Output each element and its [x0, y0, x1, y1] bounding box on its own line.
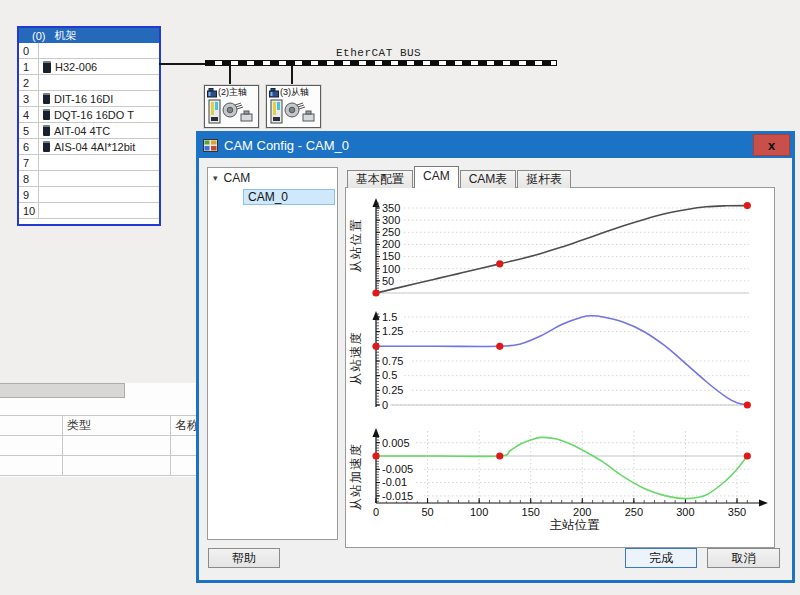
svg-text:0.25: 0.25: [382, 384, 403, 396]
cam-point-marker[interactable]: [744, 401, 751, 408]
svg-text:250: 250: [625, 506, 643, 518]
bus-drop-line-1: [229, 66, 231, 85]
rack-module-label: H32-006: [39, 61, 97, 73]
rack-slot-number: 8: [19, 171, 39, 186]
servo-motor-icons: [208, 99, 255, 125]
rack-row[interactable]: 5AIT-04 4TC: [19, 123, 159, 139]
tab-cam-table[interactable]: CAM表: [460, 170, 517, 188]
cancel-button[interactable]: 取消: [707, 548, 780, 568]
svg-text:200: 200: [382, 238, 400, 250]
cam-curve-slave-velocity: [376, 316, 747, 405]
tree-node-cam[interactable]: ▾ CAM: [213, 171, 250, 185]
rack-row[interactable]: 1H32-006: [19, 59, 159, 75]
cam-tree-panel: ▾ CAM CAM_0: [207, 167, 338, 540]
svg-text:50: 50: [382, 275, 394, 287]
svg-text:350: 350: [382, 202, 400, 214]
help-button[interactable]: 帮助: [208, 548, 280, 568]
svg-text:-0.005: -0.005: [382, 463, 413, 475]
rack-slot-number: 3: [19, 91, 39, 106]
dialog-tab-bar: 基本配置CAMCAM表挺杆表: [347, 167, 572, 188]
rack-slot-number: 1: [19, 59, 39, 74]
cam-point-marker[interactable]: [496, 260, 503, 267]
rack-row[interactable]: 4DQT-16 16DO T: [19, 107, 159, 123]
rack-slot-number: 10: [19, 203, 39, 218]
svg-text:0.005: 0.005: [382, 437, 410, 449]
tab-cam[interactable]: CAM: [414, 166, 459, 188]
svg-text:150: 150: [522, 506, 540, 518]
svg-text:-0.01: -0.01: [382, 476, 407, 488]
svg-text:0: 0: [373, 506, 379, 518]
svg-text:350: 350: [728, 506, 746, 518]
cam-point-marker[interactable]: [496, 452, 503, 459]
cam-point-marker[interactable]: [372, 343, 379, 350]
svg-text:0: 0: [382, 399, 388, 411]
rack-slot-number: 4: [19, 107, 39, 122]
dialog-titlebar[interactable]: CAM Config - CAM_0 x: [198, 133, 793, 158]
svg-text:1.25: 1.25: [382, 325, 403, 337]
svg-text:0.5: 0.5: [382, 369, 397, 381]
rack-row[interactable]: 3DIT-16 16DI: [19, 91, 159, 107]
slave-device-icon: [207, 88, 217, 98]
svg-text:300: 300: [382, 214, 400, 226]
rack-row[interactable]: 7: [19, 155, 159, 171]
cam-curve-slave-position: [376, 206, 747, 293]
dialog-title: CAM Config - CAM_0: [224, 138, 349, 153]
cam-chart-panel: 50100150200250300350从站位置00.250.50.751.25…: [345, 187, 775, 548]
device-node-slave-axis[interactable]: (3)从轴: [266, 85, 321, 128]
rack-header-title: 机架: [54, 28, 76, 43]
y-axis-label-slave-velocity: 从站速度: [349, 331, 363, 385]
close-button[interactable]: x: [753, 134, 790, 156]
rack-module-label: AIT-04 4TC: [39, 125, 110, 137]
cam-point-marker[interactable]: [372, 452, 379, 459]
svg-text:200: 200: [573, 506, 591, 518]
device-label: (2)主轴: [218, 86, 247, 99]
rack-bus-connector-line: [159, 63, 207, 65]
y-axis-label-slave-acceleration: 从站加速度: [349, 443, 363, 511]
rack-slot-number: 0: [19, 43, 39, 58]
module-icon: [43, 141, 50, 152]
dialog-icon: [203, 139, 218, 152]
cam-charts: 50100150200250300350从站位置00.250.50.751.25…: [346, 188, 774, 547]
svg-text:50: 50: [421, 506, 433, 518]
ethercat-bus-label: EtherCAT BUS: [336, 47, 421, 59]
rack-table: (0) 机架 01H32-00623DIT-16 16DI4DQT-16 16D…: [17, 26, 161, 226]
cam-point-marker[interactable]: [372, 289, 379, 296]
grid-col-empty: [0, 416, 63, 435]
chart-slave-position: 50100150200250300350从站位置: [349, 198, 751, 297]
svg-text:-0.015: -0.015: [382, 490, 413, 502]
rack-row[interactable]: 2: [19, 75, 159, 91]
svg-text:250: 250: [382, 226, 400, 238]
finish-button[interactable]: 完成: [625, 548, 697, 568]
cam-config-dialog: CAM Config - CAM_0 x ▾ CAM CAM_0 基本配置CAM…: [196, 131, 795, 583]
rack-row[interactable]: 8: [19, 171, 159, 187]
rack-row[interactable]: 10: [19, 203, 159, 219]
rack-header: (0) 机架: [19, 28, 159, 43]
rack-slot-number: 5: [19, 123, 39, 138]
rack-slot-number: 6: [19, 139, 39, 154]
rack-slot-number: 2: [19, 75, 39, 90]
cam-point-marker[interactable]: [744, 202, 751, 209]
tab-basic-config[interactable]: 基本配置: [347, 170, 413, 188]
chevron-down-icon: ▾: [213, 173, 218, 183]
rack-module-label: AIS-04 4AI*12bit: [39, 141, 135, 153]
device-header: (2)主轴: [207, 87, 258, 98]
rack-row[interactable]: 6AIS-04 4AI*12bit: [19, 139, 159, 155]
rack-row[interactable]: 0: [19, 43, 159, 59]
cam-point-marker[interactable]: [744, 452, 751, 459]
grid-col-type: 类型: [63, 416, 171, 435]
svg-text:0.75: 0.75: [382, 355, 403, 367]
device-node-master-axis[interactable]: (2)主轴: [204, 85, 259, 128]
module-icon: [43, 125, 50, 136]
svg-text:100: 100: [382, 263, 400, 275]
module-icon: [43, 93, 50, 104]
svg-text:1.5: 1.5: [382, 311, 397, 323]
tab-tappet-table[interactable]: 挺杆表: [517, 170, 571, 188]
svg-text:150: 150: [382, 250, 400, 262]
tree-node-cam0-selected[interactable]: CAM_0: [243, 189, 335, 205]
chart-slave-acceleration: 050100150200250300350主站位置0.005-0.005-0.0…: [349, 428, 768, 532]
servo-motor-icons: [270, 99, 317, 125]
module-icon: [43, 109, 50, 120]
cam-point-marker[interactable]: [496, 343, 503, 350]
chart-slave-velocity: 00.250.50.751.251.5从站速度: [349, 311, 751, 411]
rack-row[interactable]: 9: [19, 187, 159, 203]
